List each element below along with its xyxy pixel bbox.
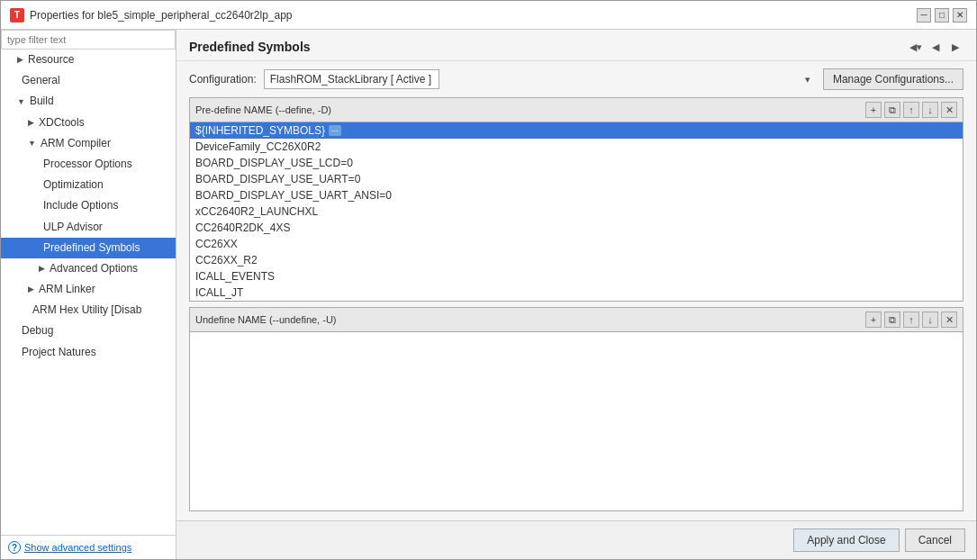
maximize-button[interactable]: □: [935, 8, 949, 23]
predefine-section: Pre-define NAME (--define, -D) + ⧉ ↑ ↓ ✕: [189, 97, 963, 302]
sidebar-item-build[interactable]: ▼ Build: [1, 91, 176, 112]
app-icon: T: [10, 8, 24, 23]
undefine-list: [190, 332, 963, 510]
undefine-header-label: Undefine NAME (--undefine, -U): [195, 314, 337, 325]
main-panel: Predefined Symbols ◀▾ ◀ ▶ Configuration:…: [176, 30, 976, 559]
sidebar-footer: ? Show advanced settings: [1, 535, 176, 559]
inherited-badge: ···: [329, 125, 341, 136]
nav-forward-button[interactable]: ▶: [947, 39, 963, 55]
window-title: Properties for ble5_simple_peripheral_cc…: [30, 9, 293, 22]
sidebar-item-ulp-advisor[interactable]: ULP Advisor: [1, 217, 176, 238]
sidebar-item-label: ULP Advisor: [43, 219, 103, 236]
sidebar-item-include-options[interactable]: Include Options: [1, 195, 176, 216]
predefine-list-inner: ${INHERITED_SYMBOLS} ··· DeviceFamily_CC…: [190, 122, 963, 301]
undefine-copy-button[interactable]: ⧉: [884, 312, 900, 328]
sidebar-item-processor-options[interactable]: Processor Options: [1, 154, 176, 175]
content-area: ▶ Resource General ▼ Build ▶ XDCtools ▼: [1, 30, 976, 559]
list-item[interactable]: DeviceFamily_CC26X0R2: [190, 139, 963, 155]
show-advanced-link[interactable]: Show advanced settings: [24, 542, 131, 553]
manage-configurations-button[interactable]: Manage Configurations...: [823, 68, 963, 90]
sidebar-item-debug[interactable]: Debug: [1, 321, 176, 341]
sidebar-item-general[interactable]: General: [1, 70, 176, 91]
predefine-copy-button[interactable]: ⧉: [884, 102, 900, 118]
sidebar-item-label: XDCtools: [39, 114, 85, 131]
predefine-delete-button[interactable]: ✕: [941, 102, 957, 118]
sidebar-item-predefined-symbols[interactable]: Predefined Symbols: [1, 238, 176, 258]
sidebar-item-arm-linker[interactable]: ▶ ARM Linker: [1, 279, 176, 300]
title-bar-controls: ─ □ ✕: [917, 8, 967, 23]
sidebar-item-advanced-options[interactable]: ▶ Advanced Options: [1, 258, 176, 279]
panel-title: Predefined Symbols: [189, 40, 311, 54]
list-item[interactable]: CC26XX_R2: [190, 252, 963, 268]
predefine-toolbar: + ⧉ ↑ ↓ ✕: [865, 102, 957, 118]
config-label: Configuration:: [189, 73, 257, 86]
sidebar-item-label: ARM Hex Utility [Disab: [32, 302, 141, 319]
title-bar: T Properties for ble5_simple_peripheral_…: [1, 1, 976, 30]
list-item[interactable]: BOARD_DISPLAY_USE_UART_ANSI=0: [190, 187, 963, 203]
main-window: T Properties for ble5_simple_peripheral_…: [0, 0, 977, 560]
list-item[interactable]: ICALL_JT: [190, 285, 963, 301]
apply-close-button[interactable]: Apply and Close: [793, 528, 899, 552]
config-row: Configuration: FlashROM_StackLibrary [ A…: [176, 61, 976, 97]
sidebar-item-label: ARM Linker: [39, 281, 95, 298]
sidebar-item-label: Predefined Symbols: [43, 239, 140, 257]
list-item[interactable]: BOARD_DISPLAY_USE_UART=0: [190, 171, 963, 187]
close-button[interactable]: ✕: [953, 8, 967, 23]
sidebar-item-label: Project Natures: [22, 344, 96, 361]
predefine-list: ${INHERITED_SYMBOLS} ··· DeviceFamily_CC…: [190, 122, 963, 301]
undefine-toolbar: + ⧉ ↑ ↓ ✕: [865, 312, 957, 328]
config-select[interactable]: FlashROM_StackLibrary [ Active ]: [264, 69, 439, 89]
help-symbol: ?: [12, 543, 17, 553]
predefine-header: Pre-define NAME (--define, -D) + ⧉ ↑ ↓ ✕: [190, 98, 963, 122]
list-item[interactable]: xCC2640R2_LAUNCHXL: [190, 203, 963, 220]
predefine-add-button[interactable]: +: [865, 102, 882, 118]
help-icon[interactable]: ?: [8, 541, 21, 554]
sidebar-item-label: Processor Options: [43, 156, 132, 173]
sidebar-item-project-natures[interactable]: Project Natures: [1, 342, 176, 363]
bottom-buttons: Apply and Close Cancel: [176, 520, 976, 559]
sidebar-item-label: General: [22, 72, 60, 89]
title-bar-left: T Properties for ble5_simple_peripheral_…: [10, 8, 293, 23]
sidebar-item-label: Resource: [28, 51, 74, 68]
undefine-up-button[interactable]: ↑: [903, 312, 919, 328]
nav-prev-button[interactable]: ◀▾: [908, 39, 924, 55]
panel-nav-icons: ◀▾ ◀ ▶: [908, 39, 963, 55]
undefine-add-button[interactable]: +: [865, 312, 882, 328]
nav-next-button[interactable]: ◀: [927, 39, 944, 55]
sidebar-item-xdctools[interactable]: ▶ XDCtools: [1, 113, 176, 133]
arrow-icon: ▶: [39, 262, 45, 275]
sidebar-item-label: Debug: [22, 322, 53, 339]
undefine-section: Undefine NAME (--undefine, -U) + ⧉ ↑ ↓ ✕: [189, 307, 963, 511]
cancel-button[interactable]: Cancel: [905, 528, 965, 552]
inherited-symbols-label: ${INHERITED_SYMBOLS}: [195, 124, 325, 137]
arrow-icon: ▶: [28, 283, 34, 295]
panel-header: Predefined Symbols ◀▾ ◀ ▶: [176, 30, 976, 61]
predefine-up-button[interactable]: ↑: [903, 102, 919, 118]
sidebar: ▶ Resource General ▼ Build ▶ XDCtools ▼: [1, 30, 176, 559]
minimize-button[interactable]: ─: [917, 8, 931, 23]
sidebar-item-optimization[interactable]: Optimization: [1, 175, 176, 195]
list-item[interactable]: BOARD_DISPLAY_USE_LCD=0: [190, 155, 963, 171]
list-item[interactable]: CC26XX: [190, 236, 963, 252]
sidebar-item-label: Optimization: [43, 176, 104, 194]
filter-input[interactable]: [1, 30, 176, 50]
undefine-header: Undefine NAME (--undefine, -U) + ⧉ ↑ ↓ ✕: [190, 308, 963, 332]
sidebar-item-label: Include Options: [43, 197, 118, 214]
list-item[interactable]: ICALL_EVENTS: [190, 268, 963, 285]
undefine-down-button[interactable]: ↓: [922, 312, 938, 328]
arrow-icon: ▶: [17, 53, 23, 66]
predefine-down-button[interactable]: ↓: [922, 102, 938, 118]
sidebar-item-arm-hex[interactable]: ARM Hex Utility [Disab: [1, 300, 176, 321]
panels-container: Pre-define NAME (--define, -D) + ⧉ ↑ ↓ ✕: [176, 97, 976, 520]
list-item[interactable]: ${INHERITED_SYMBOLS} ···: [190, 122, 963, 139]
sidebar-item-arm-compiler[interactable]: ▼ ARM Compiler: [1, 133, 176, 154]
sidebar-item-resource[interactable]: ▶ Resource: [1, 50, 176, 70]
config-select-wrapper: FlashROM_StackLibrary [ Active ]: [264, 69, 816, 89]
arrow-icon: ▼: [17, 95, 25, 108]
sidebar-item-label: Build: [30, 93, 54, 110]
sidebar-item-label: ARM Compiler: [41, 135, 111, 152]
list-item[interactable]: CC2640R2DK_4XS: [190, 220, 963, 236]
arrow-icon: ▶: [28, 116, 34, 129]
tree-area: ▶ Resource General ▼ Build ▶ XDCtools ▼: [1, 50, 176, 535]
undefine-delete-button[interactable]: ✕: [941, 312, 957, 328]
